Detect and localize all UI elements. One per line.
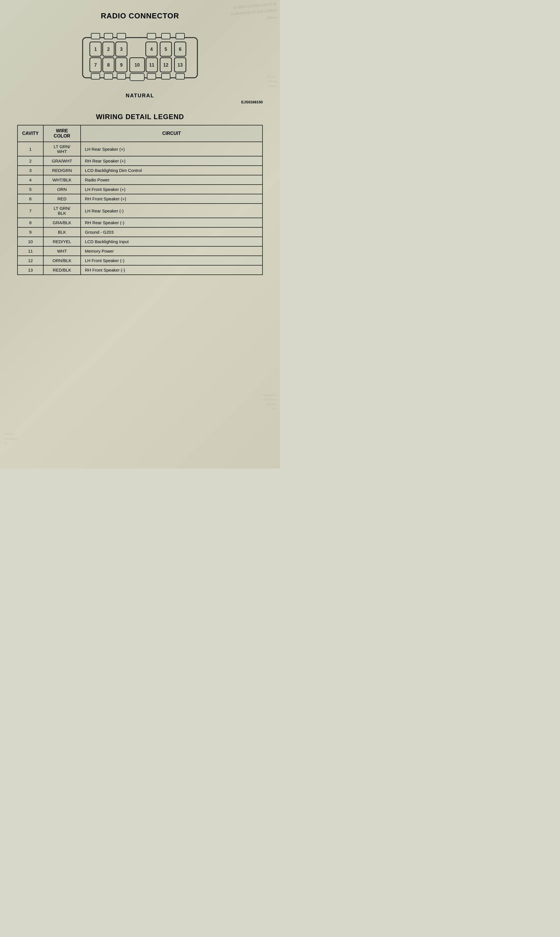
cell-circuit: LH Front Speaker (+) <box>81 185 263 194</box>
cell-circuit: LCD Backlighting Dim Control <box>81 166 263 175</box>
cell-cavity: 2 <box>17 156 43 166</box>
table-row: 12ORN/BLKLH Front Speaker (-) <box>17 256 263 265</box>
svg-text:13: 13 <box>178 63 183 68</box>
cell-wire-color: GRA/WHT <box>43 156 81 166</box>
header-cavity: CAVITY <box>17 125 43 142</box>
cell-wire-color: WHT <box>43 246 81 256</box>
svg-text:4: 4 <box>150 47 153 52</box>
cell-cavity: 3 <box>17 166 43 175</box>
svg-rect-3 <box>117 33 126 39</box>
cell-wire-color: ORN <box>43 185 81 194</box>
legend-title: WIRING DETAIL LEGEND <box>17 113 263 121</box>
connector-title: RADIO CONNECTOR <box>101 11 179 20</box>
cell-cavity: 6 <box>17 194 43 203</box>
svg-text:1: 1 <box>94 47 97 52</box>
table-row: 13RED/BLKRH Front Speaker (-) <box>17 265 263 275</box>
svg-rect-6 <box>176 33 185 39</box>
table-row: 7LT GRN/BLKLH Rear Speaker (-) <box>17 203 263 218</box>
cell-wire-color: WHT/BLK <box>43 175 81 185</box>
page-background: RADIO/AUDIO SYSTEM COMPONENT LOCATION ..… <box>0 0 280 468</box>
svg-text:11: 11 <box>149 63 154 68</box>
svg-text:5: 5 <box>165 47 167 52</box>
cell-circuit: LCD Backlighting Input <box>81 237 263 246</box>
cell-circuit: Ground - G203 <box>81 227 263 237</box>
table-row: 6REDRH Front Speaker (+) <box>17 194 263 203</box>
cell-cavity: 11 <box>17 246 43 256</box>
svg-rect-12 <box>162 74 170 79</box>
cell-cavity: 5 <box>17 185 43 194</box>
cell-cavity: 12 <box>17 256 43 265</box>
svg-rect-9 <box>117 74 126 79</box>
svg-rect-11 <box>147 74 156 79</box>
cell-wire-color: RED/BLK <box>43 265 81 275</box>
cell-wire-color: RED <box>43 194 81 203</box>
svg-rect-4 <box>147 33 156 39</box>
bg-watermark-bottom-left: ...and the... ...equipment... ...If... <box>3 432 46 445</box>
svg-rect-13 <box>176 74 185 79</box>
svg-rect-10 <box>130 74 144 81</box>
svg-rect-8 <box>104 74 113 79</box>
svg-text:6: 6 <box>179 47 182 52</box>
cell-circuit: LH Rear Speaker (-) <box>81 203 263 218</box>
cell-circuit: RH Rear Speaker (-) <box>81 218 263 227</box>
table-row: 9BLKGround - G203 <box>17 227 263 237</box>
cell-circuit: RH Rear Speaker (+) <box>81 156 263 166</box>
table-row: 5ORNLH Front Speaker (+) <box>17 185 263 194</box>
cell-circuit: Memory Power <box>81 246 263 256</box>
svg-text:12: 12 <box>163 63 168 68</box>
bg-watermark-bottom-right: ...components... ...RH Front... ...Speak… <box>235 393 278 411</box>
cell-wire-color: BLK <box>43 227 81 237</box>
cell-wire-color: RED/GRN <box>43 166 81 175</box>
connector-natural-label: NATURAL <box>126 93 154 99</box>
cell-circuit: RH Front Speaker (-) <box>81 265 263 275</box>
legend-section: WIRING DETAIL LEGEND CAVITY WIRECOLOR CI… <box>17 113 263 275</box>
cell-cavity: 13 <box>17 265 43 275</box>
cell-wire-color: RED/YEL <box>43 237 81 246</box>
svg-rect-5 <box>162 33 170 39</box>
cell-circuit: RH Front Speaker (+) <box>81 194 263 203</box>
cell-wire-color: GRA/BLK <box>43 218 81 227</box>
main-content: RADIO CONNECTOR <box>17 11 263 275</box>
svg-text:9: 9 <box>120 63 123 68</box>
cell-cavity: 10 <box>17 237 43 246</box>
table-row: 3RED/GRNLCD Backlighting Dim Control <box>17 166 263 175</box>
svg-rect-7 <box>91 74 100 79</box>
cell-circuit: Radio Power <box>81 175 263 185</box>
table-row: 8GRA/BLKRH Rear Speaker (-) <box>17 218 263 227</box>
cell-cavity: 4 <box>17 175 43 185</box>
svg-text:7: 7 <box>94 63 97 68</box>
part-number: EJS0168150 <box>17 100 263 104</box>
cell-cavity: 8 <box>17 218 43 227</box>
cell-cavity: 7 <box>17 203 43 218</box>
cell-cavity: 9 <box>17 227 43 237</box>
wiring-table: CAVITY WIRECOLOR CIRCUIT 1LT GRN/WHTLH R… <box>17 125 263 275</box>
connector-diagram: 1 2 3 4 5 6 <box>77 29 203 88</box>
cell-circuit: LH Rear Speaker (+) <box>81 142 263 156</box>
header-circuit: CIRCUIT <box>81 125 263 142</box>
svg-text:2: 2 <box>107 47 110 52</box>
cell-circuit: LH Front Speaker (-) <box>81 256 263 265</box>
table-row: 11WHTMemory Power <box>17 246 263 256</box>
connector-svg: 1 2 3 4 5 6 <box>77 29 203 86</box>
svg-text:3: 3 <box>120 47 123 52</box>
connector-section: RADIO CONNECTOR <box>17 11 263 110</box>
table-row: 2GRA/WHTRH Rear Speaker (+) <box>17 156 263 166</box>
cell-wire-color: ORN/BLK <box>43 256 81 265</box>
table-body: 1LT GRN/WHTLH Rear Speaker (+)2GRA/WHTRH… <box>17 142 263 275</box>
table-row: 4WHT/BLKRadio Power <box>17 175 263 185</box>
cell-wire-color: LT GRN/BLK <box>43 203 81 218</box>
table-row: 10RED/YELLCD Backlighting Input <box>17 237 263 246</box>
table-header-row: CAVITY WIRECOLOR CIRCUIT <box>17 125 263 142</box>
svg-text:8: 8 <box>107 63 110 68</box>
header-wire-color: WIRECOLOR <box>43 125 81 142</box>
svg-text:10: 10 <box>135 63 140 68</box>
svg-rect-2 <box>104 33 113 39</box>
cell-wire-color: LT GRN/WHT <box>43 142 81 156</box>
table-row: 1LT GRN/WHTLH Rear Speaker (+) <box>17 142 263 156</box>
svg-rect-1 <box>91 33 100 39</box>
cell-cavity: 1 <box>17 142 43 156</box>
